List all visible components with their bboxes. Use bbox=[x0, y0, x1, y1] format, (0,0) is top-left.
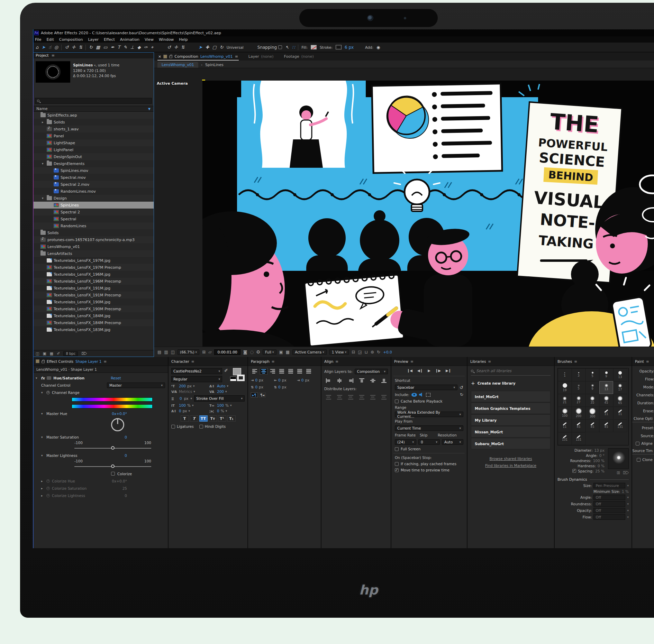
universal-rotate-icon[interactable]: ↻ bbox=[220, 45, 224, 50]
project-tree-item[interactable]: Texturelabs_LensFX_196M Precomp bbox=[33, 278, 154, 285]
exposure-value[interactable]: +0.0▾ bbox=[383, 350, 392, 354]
snap-grid-icon[interactable]: ∷ bbox=[292, 45, 295, 50]
toolbar-item[interactable] bbox=[85, 45, 86, 50]
justify-last-center-button[interactable] bbox=[287, 368, 294, 375]
3d-view-dropdown[interactable]: Active Camera▾ bbox=[292, 349, 327, 355]
brush-dynamics-row[interactable]: Angle: Off ▾ bbox=[557, 495, 629, 500]
dolly-camera-tool[interactable]: ⇅ bbox=[79, 45, 82, 50]
transparency-grid-icon[interactable]: ▩▾ bbox=[286, 350, 290, 355]
stroke-mode-select[interactable]: Stroke Over Fill▾ bbox=[194, 395, 245, 402]
cache-before-playback-checkbox[interactable] bbox=[395, 399, 399, 403]
breadcrumb-current-comp[interactable]: LensWhomp_v01 bbox=[157, 62, 198, 68]
twirl-icon[interactable] bbox=[42, 162, 45, 165]
hindi-digits-checkbox[interactable] bbox=[199, 425, 203, 429]
menu-item[interactable]: Edit bbox=[46, 37, 54, 42]
faux-italic-toggle[interactable]: T bbox=[190, 415, 198, 422]
include-overlays-icon[interactable] bbox=[426, 393, 430, 397]
library-item[interactable]: Subaru_MoGrt bbox=[471, 438, 551, 449]
full-screen-checkbox[interactable] bbox=[395, 447, 399, 451]
project-search[interactable] bbox=[35, 98, 152, 104]
reset-exposure-icon[interactable]: ↻▾ bbox=[377, 350, 380, 355]
unified-camera-dolly-icon[interactable]: ⇅ bbox=[181, 45, 185, 50]
brush-preset[interactable]: 17 bbox=[613, 381, 627, 394]
brush-preset[interactable]: 11 bbox=[599, 407, 613, 420]
first-frame-button[interactable]: ❙◀ bbox=[407, 369, 412, 372]
paint-row[interactable]: Aligne bbox=[632, 441, 654, 445]
primary-viewer-icon[interactable]: ▥▾ bbox=[164, 350, 168, 355]
puppet-pin-tool[interactable]: ⌖ bbox=[151, 45, 153, 50]
tsume-value[interactable]: 0 bbox=[217, 409, 219, 413]
brush-preset[interactable]: 131 bbox=[572, 432, 585, 445]
region-of-interest-icon[interactable]: ▣▾ bbox=[279, 350, 283, 355]
all-caps-toggle[interactable]: TT bbox=[199, 415, 208, 422]
close-icon[interactable]: × bbox=[158, 54, 161, 59]
brush-preset[interactable]: 13 bbox=[599, 381, 613, 394]
sort-chevron-icon[interactable]: ▼ bbox=[148, 107, 151, 111]
interpret-footage-icon[interactable]: ◫ bbox=[36, 351, 39, 356]
always-preview-icon[interactable]: ▤▾ bbox=[157, 350, 161, 355]
lock-icon[interactable] bbox=[42, 361, 45, 363]
tab-footage[interactable]: Footage (none) bbox=[283, 52, 315, 61]
project-tree-item[interactable]: Texturelabs_LensFX_191M.jpg bbox=[33, 285, 154, 292]
indent-right-margin-field[interactable]: ⇤0px bbox=[274, 378, 295, 382]
twirl-icon[interactable] bbox=[41, 391, 44, 394]
brush-preset[interactable]: 9 bbox=[599, 368, 613, 381]
twirl-icon[interactable] bbox=[41, 479, 44, 483]
paint-checkbox[interactable] bbox=[636, 442, 639, 445]
view-layout-dropdown[interactable]: 1 View▾ bbox=[329, 349, 349, 355]
fill-swatch[interactable] bbox=[311, 45, 317, 49]
view-axis-icon[interactable]: ▢ bbox=[212, 45, 217, 50]
roundness-value[interactable]: 100 % bbox=[593, 459, 605, 463]
paint-row[interactable]: Opacity: bbox=[632, 369, 654, 374]
play-from-dropdown[interactable]: Current Time▾ bbox=[395, 425, 463, 431]
brush-preset[interactable]: 11 bbox=[613, 407, 627, 420]
eraser-tool[interactable]: ◆ bbox=[137, 45, 141, 50]
menu-item[interactable]: Effect bbox=[104, 37, 115, 42]
new-folder-icon[interactable]: ▣ bbox=[43, 351, 46, 356]
show-channel-icon[interactable]: ✪▾ bbox=[256, 350, 260, 355]
master-lightness-value[interactable]: 0 bbox=[125, 453, 165, 458]
distribute-top-button[interactable] bbox=[325, 394, 332, 400]
twirl-icon[interactable] bbox=[41, 487, 44, 490]
spacing-value[interactable]: 25 % bbox=[595, 469, 605, 473]
brush-preset[interactable]: 100 bbox=[558, 407, 572, 420]
text-color-swatches[interactable] bbox=[230, 368, 245, 381]
brush-preset[interactable]: 131 bbox=[613, 420, 627, 432]
menu-item[interactable]: Animation bbox=[120, 37, 139, 42]
project-tree-item[interactable]: shorts_1.wav bbox=[33, 126, 154, 132]
twirl-icon[interactable] bbox=[41, 454, 44, 457]
project-tree-item[interactable]: SpinLines bbox=[33, 202, 154, 209]
left-to-right-button[interactable]: ▸¶ bbox=[251, 393, 258, 397]
stroke-swatch[interactable] bbox=[336, 45, 342, 49]
distribute-bottom-button[interactable] bbox=[347, 394, 354, 400]
panel-menu-icon[interactable]: ≡ bbox=[272, 359, 275, 364]
panel-menu-icon[interactable]: ≡ bbox=[574, 359, 577, 364]
hardness-value[interactable]: 0 % bbox=[598, 464, 605, 468]
snap-option-icon[interactable]: ↖ bbox=[285, 45, 289, 50]
current-time[interactable]: 0:00:01:00▾ bbox=[214, 349, 240, 355]
paint-row[interactable]: Flow: bbox=[632, 377, 654, 381]
project-tree-item[interactable]: Design bbox=[33, 195, 154, 202]
new-composition-icon[interactable]: ▦ bbox=[50, 351, 53, 356]
distribute-vertical-center-button[interactable] bbox=[336, 394, 343, 400]
justify-last-right-button[interactable] bbox=[296, 368, 303, 375]
preview-item-name[interactable]: SpinLines bbox=[73, 63, 93, 67]
fill-color-swatch[interactable] bbox=[233, 368, 241, 375]
brush-preset[interactable]: 11 bbox=[558, 420, 572, 432]
pixel-aspect-correction-icon[interactable]: ⊟▾ bbox=[352, 350, 355, 355]
menu-item[interactable]: View bbox=[145, 37, 154, 42]
project-tree-item[interactable]: LensWhomp_v01 bbox=[33, 243, 154, 250]
paint-checkbox[interactable] bbox=[637, 458, 641, 462]
justify-last-left-button[interactable] bbox=[278, 368, 285, 375]
brush-preset[interactable]: 300 bbox=[585, 407, 599, 420]
tab-composition[interactable]: × Composition LensWhomp_v01 ≡ bbox=[157, 52, 239, 61]
project-tree-item[interactable]: protunes-com-16576107-synchronicity-a.mp… bbox=[33, 236, 154, 243]
project-video-settings-icon[interactable]: ✐ bbox=[57, 351, 60, 356]
shortcut-dropdown[interactable]: Spacebar▾ bbox=[395, 385, 457, 390]
create-new-library-button[interactable]: + Create new library bbox=[471, 378, 551, 388]
brush-preset[interactable]: 45 bbox=[585, 420, 599, 432]
brush-preset[interactable]: 1 bbox=[558, 368, 572, 381]
pan-camera-tool[interactable]: ✛ bbox=[72, 45, 75, 50]
tree-column-header[interactable]: Name ▼ bbox=[33, 106, 154, 112]
project-tree-item[interactable]: Spectral bbox=[33, 215, 154, 222]
